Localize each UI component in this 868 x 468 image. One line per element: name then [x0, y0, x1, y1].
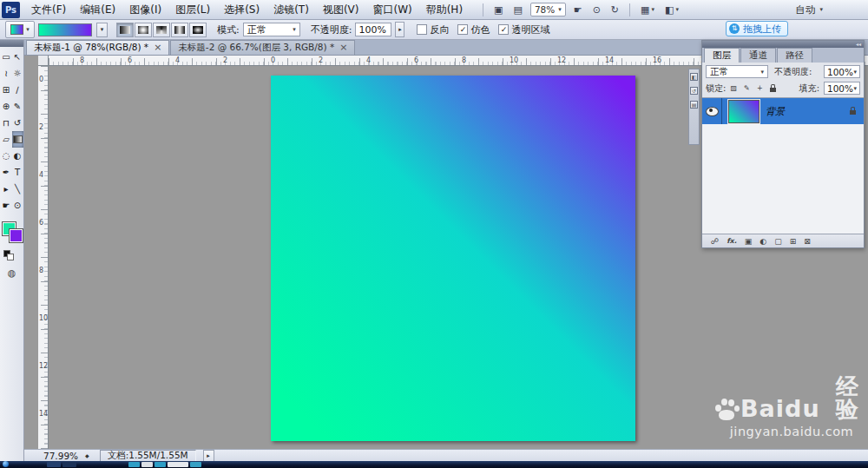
taskbar-item[interactable]: [128, 462, 140, 467]
status-zoom-value[interactable]: 77.99%: [43, 451, 78, 461]
collapsed-panel-dock[interactable]: ◧↺▤: [688, 69, 700, 145]
arrange-documents-button[interactable]: ▦ ▾: [638, 3, 657, 17]
layer-opacity-input[interactable]: 100% ▾: [824, 65, 860, 78]
panel-tab-layers[interactable]: 图层: [704, 48, 740, 63]
link-layers-button[interactable]: ☍: [711, 237, 719, 246]
zoom-level-control[interactable]: 78% ▾: [530, 3, 566, 16]
menu-edit[interactable]: 编辑(E): [73, 0, 122, 20]
layer-group-button[interactable]: ▢: [774, 237, 782, 246]
eraser-tool[interactable]: ▱: [1, 131, 12, 148]
radial-gradient-button[interactable]: [135, 23, 152, 37]
dodge-tool[interactable]: ◐: [12, 148, 23, 164]
taskbar-item[interactable]: [168, 462, 188, 467]
status-flyout-button[interactable]: ▸: [203, 450, 214, 462]
auto-select-dropdown[interactable]: 自动 ▾: [795, 3, 823, 16]
collapsed-panel-2-icon[interactable]: ↺: [690, 87, 698, 95]
delete-layer-button[interactable]: ⊠: [804, 237, 811, 246]
gradient-picker-arrow[interactable]: ▾: [96, 23, 108, 37]
adjustment-layer-button[interactable]: ◐: [760, 237, 766, 246]
brush-tool[interactable]: ✎: [12, 98, 23, 115]
history-brush-tool[interactable]: ↺: [12, 115, 23, 131]
checkbox-transparency[interactable]: ✓透明区域: [498, 23, 549, 36]
document-tab-2[interactable]: 未标题-2 @ 66.7%(图层 3, RGB/8) *×: [170, 40, 355, 55]
taskbar-item[interactable]: [47, 462, 61, 467]
layer-style-button[interactable]: fx.: [727, 237, 737, 245]
lock-transparency-button[interactable]: ▨: [728, 83, 739, 94]
tool-preset-picker[interactable]: ▾: [5, 21, 35, 38]
opacity-input[interactable]: 100%: [355, 23, 391, 36]
panel-tab-paths[interactable]: 路径: [777, 48, 812, 63]
linear-gradient-button[interactable]: [116, 23, 134, 37]
taskbar-item[interactable]: [155, 462, 166, 467]
layer-mask-button[interactable]: ▣: [745, 237, 753, 246]
rectangular-marquee-tool[interactable]: ▭: [1, 49, 12, 65]
panel-tab-channels[interactable]: 通道: [740, 48, 776, 63]
layer-thumbnail[interactable]: [728, 100, 760, 123]
close-tab-icon[interactable]: ×: [339, 43, 347, 52]
photoshop-logo-icon[interactable]: Ps: [2, 2, 20, 18]
collapse-panels-icon[interactable]: ◂◂: [856, 41, 861, 47]
menu-select[interactable]: 选择(S): [217, 0, 266, 20]
diamond-gradient-button[interactable]: [189, 23, 207, 37]
menu-filter[interactable]: 滤镜(T): [266, 0, 316, 20]
lock-all-button[interactable]: [767, 83, 778, 94]
panel-dock-header[interactable]: ◂◂: [702, 41, 864, 48]
menu-view[interactable]: 视图(V): [316, 0, 366, 20]
hand-tool-icon[interactable]: ☛: [571, 3, 585, 17]
collapsed-panel-3-icon[interactable]: ▤: [690, 101, 698, 109]
reflected-gradient-button[interactable]: [171, 23, 188, 37]
reverse-checkbox[interactable]: [417, 24, 427, 35]
lock-position-button[interactable]: +: [754, 83, 765, 94]
bridge-icon[interactable]: ▣: [491, 3, 505, 17]
dither-checkbox[interactable]: ✓: [457, 24, 468, 35]
new-layer-button[interactable]: ⊞: [790, 237, 797, 246]
screen-mode-button[interactable]: ◧ ▾: [662, 3, 681, 17]
path-selection-tool[interactable]: ▸: [1, 181, 12, 197]
close-tab-icon[interactable]: ×: [154, 43, 161, 52]
layer-visibility-toggle[interactable]: [702, 98, 722, 124]
taskbar-item[interactable]: [190, 462, 201, 467]
pen-tool[interactable]: ✒: [1, 164, 12, 181]
lock-image-button[interactable]: ✎: [741, 83, 752, 94]
healing-brush-tool[interactable]: ⊕: [1, 98, 12, 115]
hand-tool[interactable]: ☛: [1, 197, 12, 214]
layer-name[interactable]: 背景: [766, 105, 785, 118]
magic-wand-tool[interactable]: ☼: [12, 65, 23, 82]
quick-mask-button[interactable]: ◍: [6, 267, 18, 280]
menu-window[interactable]: 窗口(W): [365, 0, 418, 20]
clone-stamp-tool[interactable]: ⊓: [1, 115, 12, 131]
tools-panel-grip[interactable]: [0, 40, 23, 47]
start-button[interactable]: [3, 461, 9, 467]
document-size-info[interactable]: 文档:1.55M/1.55M: [100, 450, 196, 462]
type-tool[interactable]: T: [12, 164, 23, 181]
document-canvas[interactable]: [271, 76, 635, 441]
gradient-tool[interactable]: [12, 131, 23, 148]
checkbox-dither[interactable]: ✓仿色: [457, 23, 490, 36]
zoom-tool[interactable]: ⊙: [12, 197, 23, 214]
background-color-swatch[interactable]: [10, 229, 23, 242]
blur-tool[interactable]: ◌: [1, 148, 12, 164]
menu-layer[interactable]: 图层(L): [168, 0, 217, 20]
collapsed-panel-1-icon[interactable]: ◧: [690, 73, 698, 81]
menu-file[interactable]: 文件(F): [24, 0, 73, 20]
opacity-slider-arrow[interactable]: ▸: [395, 22, 404, 37]
rotate-view-icon[interactable]: ↻: [608, 3, 621, 17]
menu-image[interactable]: 图像(I): [122, 0, 168, 20]
lasso-tool[interactable]: ≀: [1, 65, 12, 82]
drag-upload-button[interactable]: ⇅ 拖拽上传: [726, 21, 788, 36]
slice-tool[interactable]: ∕: [12, 82, 23, 98]
layer-blend-mode-dropdown[interactable]: 正常 ▾: [706, 65, 768, 78]
document-tab-1[interactable]: 未标题-1 @ 78%(RGB/8) *×: [26, 40, 169, 55]
transparency-checkbox[interactable]: ✓: [498, 24, 509, 35]
zoom-tool-icon[interactable]: ⊙: [590, 3, 603, 17]
fill-input[interactable]: 100% ▾: [824, 82, 860, 95]
angle-gradient-button[interactable]: [153, 23, 170, 37]
checkbox-reverse[interactable]: 反向: [417, 23, 449, 36]
taskbar-item[interactable]: [141, 462, 153, 467]
layer-row[interactable]: 背景: [702, 98, 864, 124]
default-colors-icon[interactable]: [3, 250, 14, 260]
menu-help[interactable]: 帮助(H): [419, 0, 470, 20]
gradient-preview-swatch[interactable]: [38, 23, 92, 36]
taskbar-item[interactable]: [62, 462, 76, 467]
view-extras-icon[interactable]: ▤: [510, 3, 524, 17]
